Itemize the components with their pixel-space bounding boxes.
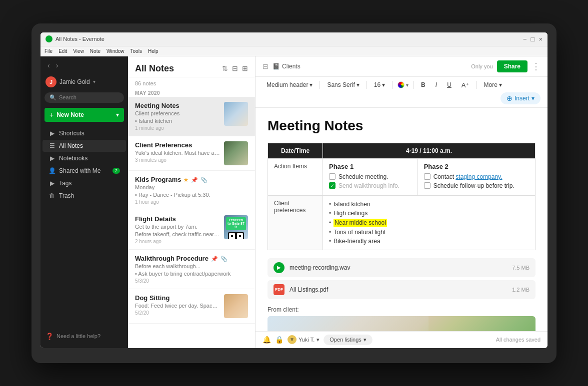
menu-help[interactable]: Help: [148, 48, 158, 54]
notes-scroll[interactable]: Meeting Notes Client preferences • Islan…: [128, 97, 255, 348]
phase2-header: Phase 2: [424, 163, 529, 170]
note-title-heading[interactable]: Meeting Notes: [268, 118, 536, 134]
editor-topbar: ⊟ 📓 Clients Only you Share ⋮: [256, 56, 548, 77]
sidebar-item-shared[interactable]: 👤 Shared with Me 2: [42, 165, 126, 177]
user-chevron-icon: ▾: [93, 79, 96, 84]
note-title: Client Preferences: [135, 141, 220, 149]
notebook-selector[interactable]: 📓 Clients: [272, 63, 300, 70]
checkbox[interactable]: [424, 182, 430, 189]
forward-button[interactable]: ›: [54, 60, 60, 70]
qr-code: [228, 232, 244, 239]
color-circle-icon: [398, 81, 404, 88]
layout-icon[interactable]: ⊞: [242, 64, 248, 72]
list-item[interactable]: Kids Programs ★ 📌 📎 Monday • Ray - Dance…: [128, 171, 255, 210]
menu-edit[interactable]: Edit: [58, 48, 67, 54]
note-thumbnail: [224, 141, 248, 165]
format-bar: Medium header ▾ Sans Serif ▾ 16 ▾: [256, 77, 548, 108]
menu-file[interactable]: File: [44, 48, 52, 54]
menu-tools[interactable]: Tools: [130, 48, 142, 54]
menu-note[interactable]: Note: [90, 48, 100, 54]
back-button[interactable]: ‹: [46, 60, 52, 70]
sidebar-item-shortcuts[interactable]: ▶ Shortcuts: [42, 127, 126, 139]
italic-button[interactable]: I: [432, 80, 441, 90]
menu-bar: File Edit View Note Window Tools Help: [40, 46, 548, 56]
checkbox[interactable]: [329, 173, 336, 180]
audio-attachment[interactable]: ▶ meeting-recording.wav 7.5 MB: [268, 258, 536, 277]
client-image: [268, 316, 536, 331]
sharing-status: Only you: [471, 63, 492, 69]
sidebar-item-trash[interactable]: 🗑 Trash: [42, 190, 126, 202]
insert-button[interactable]: ⊕ Insert ▾: [500, 92, 540, 104]
note-sub-preview: Before takeoff, check traffic near OG...: [135, 231, 220, 237]
attach-icon: 📎: [220, 256, 228, 262]
list-item[interactable]: Dog Sitting Food: Feed twice per day. Sp…: [128, 289, 255, 324]
checkbox[interactable]: [424, 173, 430, 180]
share-button[interactable]: Share: [497, 60, 528, 72]
search-bar[interactable]: 🔍 Search: [44, 92, 124, 103]
collapse-icon[interactable]: ⊟: [262, 62, 268, 70]
more-options-icon[interactable]: ⋮: [532, 61, 540, 72]
list-item[interactable]: Meeting Notes Client preferences • Islan…: [128, 97, 255, 136]
more-format-button[interactable]: More ▾: [480, 80, 506, 90]
pdf-attachment[interactable]: PDF All Listings.pdf 1.2 MB: [268, 280, 536, 299]
footer-chevron-icon: ▾: [316, 337, 320, 343]
user-menu[interactable]: J Jamie Gold ▾: [40, 73, 128, 90]
sidebar-item-tags[interactable]: ▶ Tags: [42, 177, 126, 189]
font-chevron-icon: ▾: [356, 81, 360, 88]
menu-view[interactable]: View: [73, 48, 84, 54]
new-note-chevron-icon: ▾: [116, 111, 119, 118]
phase2-cell: Phase 2 Contact staging company. Schedul…: [418, 158, 535, 195]
notes-toolbar: ⇅ ⊟ ⊞: [222, 64, 248, 72]
note-meta: 2 hours ago: [135, 239, 220, 244]
listings-chevron-icon: ▾: [364, 337, 366, 343]
plus-icon: +: [50, 111, 54, 119]
flight-label: Proceed to Gate 87 ✈: [226, 217, 246, 230]
bell-icon[interactable]: 🔔: [262, 336, 271, 344]
color-picker[interactable]: ▾: [396, 80, 410, 90]
checkbox-checked[interactable]: [329, 182, 336, 189]
bold-button[interactable]: B: [417, 80, 430, 90]
size-selector[interactable]: 16 ▾: [370, 80, 389, 90]
help-row[interactable]: ❓ Need a little help?: [46, 333, 123, 340]
staging-link[interactable]: staging company.: [456, 173, 502, 180]
underline-button[interactable]: U: [443, 80, 456, 90]
font-selector[interactable]: Sans Serif ▾: [323, 80, 363, 90]
color-chevron-icon: ▾: [406, 82, 408, 88]
open-listings-label: Open listings: [330, 337, 362, 343]
style-selector[interactable]: Medium header ▾: [262, 80, 316, 90]
attach-icon: 📎: [200, 177, 208, 183]
editor-content[interactable]: Meeting Notes Date/Time 4-19 / 11:00 a.m…: [256, 108, 548, 331]
font-size-button[interactable]: A⁺: [458, 80, 474, 90]
minimize-button[interactable]: −: [523, 35, 527, 43]
app-logo: [46, 35, 52, 42]
new-note-label: New Note: [56, 111, 113, 118]
play-icon: ▶: [274, 262, 284, 273]
sidebar-item-notebooks[interactable]: ▶ Notebooks: [42, 152, 126, 164]
sort-icon[interactable]: ⇅: [222, 64, 228, 72]
attachment-size: 7.5 MB: [512, 265, 530, 271]
list-item[interactable]: Client Preferences Yuki's ideal kitchen.…: [128, 136, 255, 171]
window-controls[interactable]: − □ ×: [523, 35, 542, 43]
sidebar-item-all-notes[interactable]: ☰ All Notes: [42, 140, 126, 152]
lock-icon[interactable]: 🔒: [275, 336, 284, 344]
note-title: Walkthrough Procedure: [135, 255, 208, 262]
sidebar-notebooks-label: Notebooks: [59, 155, 88, 162]
close-button[interactable]: ×: [538, 35, 542, 43]
pref-item: Island kitchen: [329, 200, 529, 209]
new-note-button[interactable]: + New Note ▾: [44, 108, 124, 122]
svg-rect-4: [239, 235, 241, 237]
sidebar-shared-label: Shared with Me: [59, 167, 100, 174]
menu-window[interactable]: Window: [106, 48, 124, 54]
filter-icon[interactable]: ⊟: [232, 64, 238, 72]
open-listings-button[interactable]: Open listings ▾: [324, 335, 372, 345]
note-content: Client Preferences Yuki's ideal kitchen.…: [135, 141, 220, 163]
list-item[interactable]: Walkthrough Procedure 📌 📎 Before each wa…: [128, 250, 255, 289]
maximize-button[interactable]: □: [531, 35, 535, 43]
list-item[interactable]: Flight Details Get to the airport by 7am…: [128, 210, 255, 250]
user-name: Jamie Gold: [60, 78, 90, 85]
note-meta: 3 minutes ago: [135, 157, 220, 163]
trash-icon: 🗑: [48, 192, 56, 199]
notes-header: All Notes ⇅ ⊟ ⊞: [128, 56, 255, 77]
user-avatar-footer[interactable]: Y Yuki T. ▾: [288, 335, 320, 344]
editor-panel: ⊟ 📓 Clients Only you Share ⋮ Medium head…: [256, 56, 548, 348]
